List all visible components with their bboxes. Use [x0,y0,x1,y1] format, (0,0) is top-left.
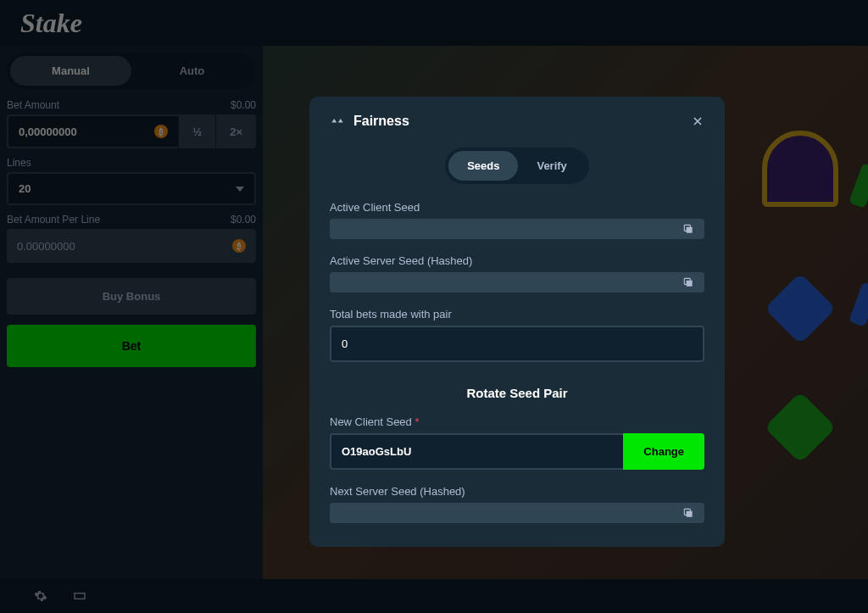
next-server-seed-field[interactable] [330,503,704,523]
new-client-seed-input[interactable] [330,433,623,470]
close-icon[interactable] [691,114,704,128]
total-bets-field: 0 [330,326,704,362]
modal-tabs: Seeds Verify [445,148,589,184]
active-client-seed-field[interactable] [330,219,704,239]
svg-rect-1 [687,227,693,233]
rotate-section-title: Rotate Seed Pair [330,386,704,400]
new-client-seed-label: New Client Seed * [330,415,704,428]
active-client-seed-label: Active Client Seed [330,201,704,214]
change-button[interactable]: Change [623,433,704,470]
next-server-seed-label: Next Server Seed (Hashed) [330,485,704,498]
total-bets-label: Total bets made with pair [330,308,704,320]
required-asterisk: * [415,415,419,428]
tab-seeds[interactable]: Seeds [448,151,518,181]
copy-icon[interactable] [682,276,694,288]
tab-verify[interactable]: Verify [518,151,585,181]
copy-icon[interactable] [682,507,694,519]
svg-rect-5 [687,511,693,517]
scale-icon [330,114,345,129]
svg-rect-3 [687,281,693,287]
fairness-modal: Fairness Seeds Verify Active Client Seed… [309,97,725,547]
active-server-seed-label: Active Server Seed (Hashed) [330,254,704,267]
modal-title-text: Fairness [353,114,409,129]
active-server-seed-field[interactable] [330,272,704,293]
copy-icon[interactable] [682,223,694,235]
